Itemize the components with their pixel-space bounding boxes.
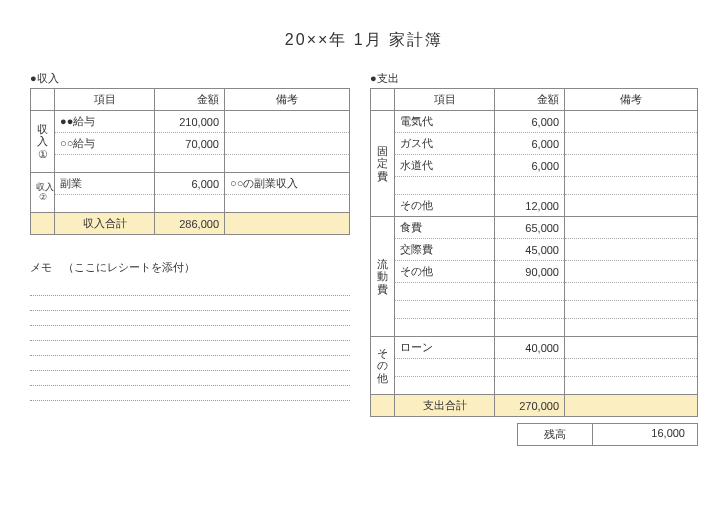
th-note: 備考 <box>565 89 698 111</box>
cell-item: 交際費 <box>395 239 495 261</box>
cell-note: ○○の副業収入 <box>225 173 350 195</box>
cell-note <box>565 261 698 283</box>
cell-amount <box>155 155 225 173</box>
memo-line <box>30 296 350 311</box>
income-total-label: 収入合計 <box>55 213 155 235</box>
balance-amount: 16,000 <box>593 423 698 446</box>
expense-side-other: その他 <box>371 337 395 395</box>
cell-note <box>565 301 698 319</box>
cell-amount: 6,000 <box>495 155 565 177</box>
cell-item: 電気代 <box>395 111 495 133</box>
expense-table: 項目 金額 備考 固定費 電気代 6,000 ガス代6,000 水道代6,000… <box>370 88 698 417</box>
memo-heading: メモ （ここにレシートを添付） <box>30 260 350 275</box>
cell-note <box>565 111 698 133</box>
th-item: 項目 <box>55 89 155 111</box>
expense-total-label: 支出合計 <box>395 395 495 417</box>
cell-item <box>395 377 495 395</box>
cell-note <box>565 283 698 301</box>
income-table: 項目 金額 備考 収入① ●●給与 210,000 ○○給与 70,000 <box>30 88 350 235</box>
cell-amount <box>495 377 565 395</box>
cell-amount: 6,000 <box>495 133 565 155</box>
memo-line <box>30 311 350 326</box>
memo-line <box>30 371 350 386</box>
cell-item <box>395 319 495 337</box>
cell-amount: 12,000 <box>495 195 565 217</box>
cell-item: 副業 <box>55 173 155 195</box>
cell-amount: 40,000 <box>495 337 565 359</box>
cell-note <box>565 133 698 155</box>
cell-amount: 70,000 <box>155 133 225 155</box>
income-heading: ●収入 <box>30 71 350 86</box>
cell-note <box>565 319 698 337</box>
cell-note <box>565 239 698 261</box>
cell-amount: 90,000 <box>495 261 565 283</box>
cell-item: ●●給与 <box>55 111 155 133</box>
cell-item: 食費 <box>395 217 495 239</box>
cell-item <box>55 195 155 213</box>
cell-item <box>55 155 155 173</box>
income-side-2: 収入② <box>31 173 55 213</box>
balance-label: 残高 <box>517 423 593 446</box>
cell-item: ローン <box>395 337 495 359</box>
memo-line <box>30 281 350 296</box>
th-item: 項目 <box>395 89 495 111</box>
cell-note <box>565 195 698 217</box>
cell-amount: 210,000 <box>155 111 225 133</box>
cell-note <box>225 155 350 173</box>
cell-item: ガス代 <box>395 133 495 155</box>
cell-note <box>565 155 698 177</box>
cell-amount <box>495 301 565 319</box>
page-title: 20××年 1月 家計簿 <box>30 30 698 51</box>
cell-amount <box>495 319 565 337</box>
cell-note <box>565 359 698 377</box>
expense-total-amount: 270,000 <box>495 395 565 417</box>
cell-amount <box>495 359 565 377</box>
expense-side-variable: 流動費 <box>371 217 395 337</box>
cell-amount <box>155 195 225 213</box>
memo-line <box>30 386 350 401</box>
cell-item <box>395 283 495 301</box>
expense-side-fixed: 固定費 <box>371 111 395 217</box>
cell-amount: 45,000 <box>495 239 565 261</box>
cell-item: その他 <box>395 195 495 217</box>
memo-line <box>30 341 350 356</box>
cell-item: その他 <box>395 261 495 283</box>
cell-item <box>395 177 495 195</box>
cell-amount: 65,000 <box>495 217 565 239</box>
cell-note <box>565 337 698 359</box>
cell-item: ○○給与 <box>55 133 155 155</box>
cell-amount <box>495 177 565 195</box>
income-total-amount: 286,000 <box>155 213 225 235</box>
cell-item <box>395 301 495 319</box>
cell-note <box>225 111 350 133</box>
th-amount: 金額 <box>495 89 565 111</box>
expense-heading: ●支出 <box>370 71 698 86</box>
memo-line <box>30 326 350 341</box>
cell-item: 水道代 <box>395 155 495 177</box>
cell-note <box>565 217 698 239</box>
th-amount: 金額 <box>155 89 225 111</box>
cell-note <box>565 177 698 195</box>
cell-note <box>565 377 698 395</box>
cell-item <box>395 359 495 377</box>
cell-amount <box>495 283 565 301</box>
th-note: 備考 <box>225 89 350 111</box>
cell-note <box>225 133 350 155</box>
cell-amount: 6,000 <box>495 111 565 133</box>
income-side-1: 収入① <box>31 111 55 173</box>
cell-amount: 6,000 <box>155 173 225 195</box>
memo-line <box>30 356 350 371</box>
cell-note <box>225 195 350 213</box>
